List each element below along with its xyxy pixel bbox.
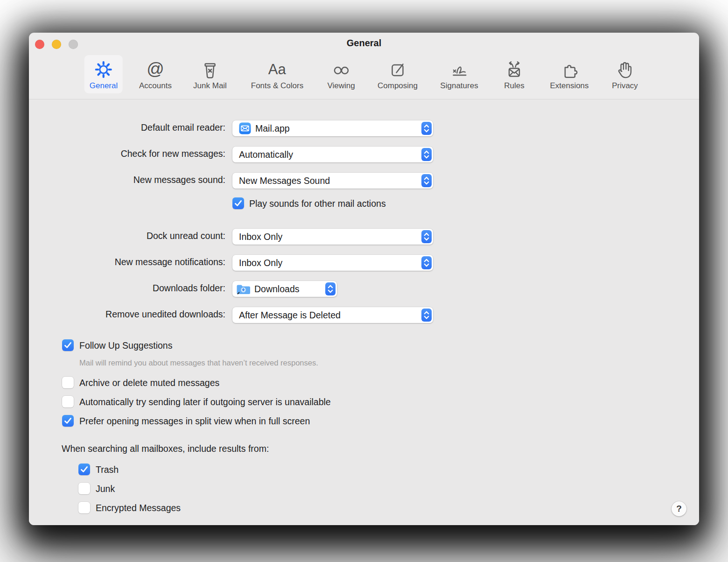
tab-label: Composing	[378, 81, 418, 91]
window-title: General	[29, 38, 699, 49]
follow-up-suggestions-checkbox[interactable]	[62, 339, 74, 351]
split-view-checkbox[interactable]	[62, 415, 74, 427]
search-section-heading: When searching all mailboxes, include re…	[62, 443, 269, 454]
follow-up-description: Mail will remind you about messages that…	[79, 358, 318, 367]
tab-privacy[interactable]: Privacy	[607, 55, 643, 93]
svg-text:@: @	[147, 59, 164, 78]
search-junk-checkbox[interactable]	[78, 483, 90, 494]
tab-label: General	[90, 81, 118, 91]
tab-viewing[interactable]: Viewing	[322, 55, 360, 93]
tab-fonts-colors[interactable]: Aa Fonts & Colors	[246, 55, 308, 93]
at-sign-icon: @	[144, 58, 167, 81]
field-label: Downloads folder:	[153, 283, 225, 294]
downloads-folder-icon	[236, 283, 250, 295]
tab-label: Accounts	[139, 81, 172, 91]
popup-value: Mail.app	[255, 123, 290, 134]
checkbox-label: Encrypted Messages	[96, 503, 181, 513]
default-email-reader-popup[interactable]: Mail.app	[232, 120, 433, 136]
remove-unedited-downloads-popup[interactable]: After Message is Deleted	[232, 307, 433, 323]
tab-label: Extensions	[550, 81, 588, 91]
tab-label: Fonts & Colors	[251, 81, 303, 91]
tab-accounts[interactable]: @ Accounts	[134, 55, 177, 93]
search-trash-checkbox[interactable]	[78, 464, 90, 475]
tab-signatures[interactable]: Signatures	[435, 55, 483, 93]
play-sounds-checkbox[interactable]	[232, 197, 244, 209]
question-mark-icon: ?	[676, 504, 682, 514]
field-label: New messages sound:	[133, 175, 225, 185]
tab-label: Junk Mail	[193, 81, 227, 91]
compose-icon	[386, 58, 409, 81]
tab-label: Viewing	[327, 81, 355, 91]
stepper-icon	[421, 122, 432, 135]
tab-label: Privacy	[612, 81, 638, 91]
popup-value: Automatically	[239, 149, 293, 160]
checkbox-label: Archive or delete muted messages	[79, 378, 219, 388]
checkbox-label: Automatically try sending later if outgo…	[79, 397, 331, 407]
popup-value: Inbox Only	[239, 258, 282, 268]
search-encrypted-checkbox[interactable]	[78, 502, 90, 513]
field-label: New message notifications:	[115, 257, 225, 267]
titlebar: General	[29, 33, 699, 55]
new-messages-sound-popup[interactable]: New Messages Sound	[232, 173, 433, 189]
junk-bin-icon	[199, 58, 221, 81]
tab-extensions[interactable]: Extensions	[545, 55, 594, 93]
checkbox-label: Follow Up Suggestions	[79, 340, 172, 351]
stepper-icon	[325, 282, 336, 295]
field-label: Dock unread count:	[147, 231, 225, 241]
tab-junk-mail[interactable]: Junk Mail	[188, 55, 232, 93]
new-message-notifications-popup[interactable]: Inbox Only	[232, 255, 433, 271]
checkbox-label: Trash	[96, 464, 119, 475]
retry-send-checkbox[interactable]	[62, 396, 74, 407]
gear-icon	[92, 58, 115, 81]
puzzle-icon	[558, 58, 581, 81]
stepper-icon	[421, 148, 432, 161]
tab-label: Rules	[504, 81, 524, 91]
glasses-icon	[330, 58, 352, 81]
fonts-icon: Aa	[266, 58, 288, 81]
downloads-folder-popup[interactable]: Downloads	[232, 281, 337, 297]
popup-value: Inbox Only	[239, 232, 282, 242]
dock-unread-count-popup[interactable]: Inbox Only	[232, 229, 433, 245]
stepper-icon	[421, 230, 432, 243]
tab-label: Signatures	[440, 81, 478, 91]
help-button[interactable]: ?	[672, 501, 686, 516]
signature-icon	[448, 58, 470, 81]
hand-icon	[614, 58, 636, 81]
svg-text:Aa: Aa	[268, 61, 287, 77]
stepper-icon	[421, 256, 432, 269]
popup-value: New Messages Sound	[239, 176, 330, 186]
preferences-toolbar: General @ Accounts Junk Mail	[29, 53, 699, 99]
checkbox-label: Play sounds for other mail actions	[249, 198, 386, 209]
tab-general[interactable]: General	[84, 55, 123, 93]
stepper-icon	[421, 174, 432, 187]
popup-value: After Message is Deleted	[239, 310, 341, 321]
popup-value: Downloads	[254, 284, 299, 295]
tab-rules[interactable]: Rules	[498, 55, 531, 93]
preferences-window: General General @	[29, 33, 699, 525]
checkbox-label: Prefer opening messages in split view wh…	[79, 416, 310, 427]
rules-envelope-icon	[503, 58, 525, 81]
check-new-messages-popup[interactable]: Automatically	[232, 147, 433, 162]
field-label: Remove unedited downloads:	[105, 309, 225, 320]
archive-muted-checkbox[interactable]	[62, 377, 74, 388]
field-label: Default email reader:	[141, 122, 225, 133]
tab-composing[interactable]: Composing	[372, 55, 423, 93]
stepper-icon	[421, 309, 432, 322]
checkbox-label: Junk	[96, 484, 115, 494]
mail-app-icon	[239, 122, 251, 134]
field-label: Check for new messages:	[121, 148, 225, 159]
